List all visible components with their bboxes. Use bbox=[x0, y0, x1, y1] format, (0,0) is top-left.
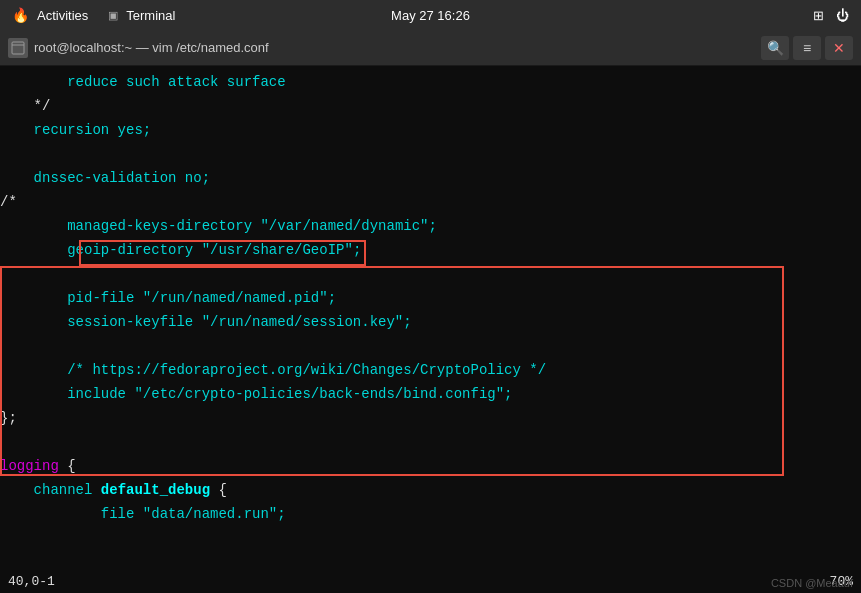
code-line-15: }; bbox=[0, 406, 861, 430]
terminal-content: reduce such attack surface */ recursion … bbox=[0, 66, 861, 593]
code-text: include bbox=[0, 382, 134, 406]
title-bar: root@localhost:~ — vim /etc/named.conf 🔍… bbox=[0, 30, 861, 66]
title-bar-left: root@localhost:~ — vim /etc/named.conf bbox=[8, 38, 269, 58]
code-editor[interactable]: reduce such attack surface */ recursion … bbox=[0, 66, 861, 530]
system-datetime: May 27 16:26 bbox=[391, 8, 470, 23]
activities-icon: 🔥 bbox=[12, 7, 29, 23]
code-line-16 bbox=[0, 430, 861, 454]
code-text: ; bbox=[504, 382, 512, 406]
code-line-13: /* https://fedoraproject.org/wiki/Change… bbox=[0, 358, 861, 382]
code-text: { bbox=[59, 454, 76, 478]
code-line-14: include "/etc/crypto-policies/back-ends/… bbox=[0, 382, 861, 406]
code-text: file bbox=[0, 502, 143, 526]
system-bar-right: ⊞ ⏻ bbox=[813, 8, 849, 23]
code-text bbox=[0, 262, 8, 286]
code-text: /* https://fedoraproject.org/wiki/Change… bbox=[0, 358, 546, 382]
system-bar: 🔥 Activities ▣ Terminal May 27 16:26 ⊞ ⏻ bbox=[0, 0, 861, 30]
code-text: recursion yes; bbox=[0, 118, 151, 142]
window-title: root@localhost:~ — vim /etc/named.conf bbox=[34, 40, 269, 55]
code-text: geoip-directory bbox=[0, 238, 202, 262]
code-text: ; bbox=[428, 214, 436, 238]
terminal-icon: ▣ bbox=[108, 9, 118, 22]
code-text: session-keyfile bbox=[0, 310, 202, 334]
terminal-window-icon bbox=[8, 38, 28, 58]
menu-button[interactable]: ≡ bbox=[793, 36, 821, 60]
code-line-5: dnssec-validation no; bbox=[0, 166, 861, 190]
code-text: ; bbox=[328, 286, 336, 310]
search-button[interactable]: 🔍 bbox=[761, 36, 789, 60]
code-line-3: recursion yes; bbox=[0, 118, 861, 142]
code-text: pid-file bbox=[0, 286, 143, 310]
code-string: "/run/named/session.key" bbox=[202, 310, 404, 334]
code-text bbox=[0, 430, 8, 454]
code-line-8: geoip-directory "/usr/share/GeoIP"; bbox=[0, 238, 861, 262]
code-line-9 bbox=[0, 262, 861, 286]
code-line-11: session-keyfile "/run/named/session.key"… bbox=[0, 310, 861, 334]
code-text: reduce such attack surface bbox=[0, 70, 286, 94]
code-text: */ bbox=[0, 94, 50, 118]
code-text: { bbox=[210, 478, 227, 502]
code-line-17: logging { bbox=[0, 454, 861, 478]
code-line-7: managed-keys-directory "/var/named/dynam… bbox=[0, 214, 861, 238]
code-keyword: default_debug bbox=[101, 478, 210, 502]
code-text bbox=[0, 334, 8, 358]
code-string: "/usr/share/GeoIP" bbox=[202, 238, 353, 262]
code-string: "/etc/crypto-policies/back-ends/bind.con… bbox=[134, 382, 504, 406]
svg-rect-0 bbox=[12, 42, 24, 54]
close-button[interactable]: ✕ bbox=[825, 36, 853, 60]
code-string: "/run/named/named.pid" bbox=[143, 286, 328, 310]
code-string: "/var/named/dynamic" bbox=[260, 214, 428, 238]
watermark: CSDN @Meaauf bbox=[771, 577, 853, 589]
code-line-6: /* bbox=[0, 190, 861, 214]
cursor-position: 40,0-1 bbox=[8, 574, 55, 589]
terminal-label[interactable]: Terminal bbox=[126, 8, 175, 23]
code-text: channel bbox=[0, 478, 101, 502]
network-icon: ⊞ bbox=[813, 8, 824, 23]
code-text bbox=[0, 142, 8, 166]
title-bar-buttons: 🔍 ≡ ✕ bbox=[761, 36, 853, 60]
code-text: /* bbox=[0, 190, 17, 214]
code-line-1: reduce such attack surface bbox=[0, 70, 861, 94]
code-line-4 bbox=[0, 142, 861, 166]
code-line-12 bbox=[0, 334, 861, 358]
code-line-19: file "data/named.run"; bbox=[0, 502, 861, 526]
code-keyword: logging bbox=[0, 454, 59, 478]
code-text: }; bbox=[0, 406, 17, 430]
code-line-18: channel default_debug { bbox=[0, 478, 861, 502]
code-text: ; bbox=[353, 238, 361, 262]
code-text: ; bbox=[277, 502, 285, 526]
code-line-10: pid-file "/run/named/named.pid"; bbox=[0, 286, 861, 310]
code-text: dnssec-validation no; bbox=[0, 166, 210, 190]
status-bar: 40,0-1 70% bbox=[0, 569, 861, 593]
activities-button[interactable]: Activities bbox=[37, 8, 88, 23]
code-text: managed-keys-directory bbox=[0, 214, 260, 238]
system-bar-left: 🔥 Activities ▣ Terminal bbox=[12, 7, 175, 23]
code-line-2: */ bbox=[0, 94, 861, 118]
code-text: ; bbox=[403, 310, 411, 334]
power-icon[interactable]: ⏻ bbox=[836, 8, 849, 23]
code-string: "data/named.run" bbox=[143, 502, 277, 526]
